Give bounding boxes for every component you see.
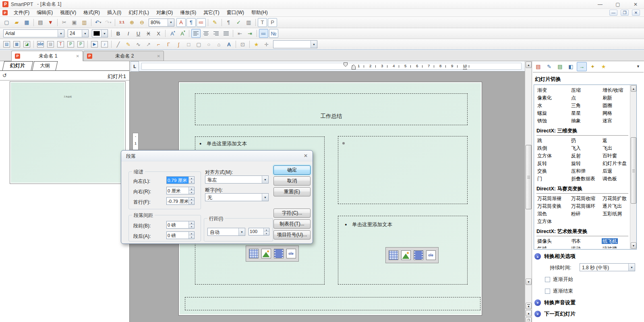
tab-close-icon[interactable]: ✕	[76, 54, 79, 58]
browse-design-button[interactable]: ✎	[544, 62, 554, 71]
slide-nav-icon[interactable]: ↺	[2, 72, 7, 78]
menu-item[interactable]: 窗口(W)	[223, 9, 248, 16]
dropdown-arrow-icon[interactable]: ▼	[168, 19, 174, 26]
doc-close-icon[interactable]: ✕	[632, 10, 640, 16]
transition-item[interactable]: 压和弹	[570, 168, 586, 174]
section-header[interactable]: ▼下一页幻灯片	[532, 308, 644, 320]
new-window-button[interactable]: ❐	[526, 317, 532, 322]
align-center-button[interactable]	[201, 29, 211, 38]
transition-item[interactable]: 逐片飞出	[602, 203, 623, 209]
transition-item[interactable]: 旋转	[570, 161, 582, 166]
document-tab-1[interactable]: P 未命名 1 ✕	[11, 51, 83, 61]
slide-transition-button[interactable]: →	[577, 62, 587, 71]
menu-item[interactable]: 幻灯片(L)	[125, 9, 153, 16]
spinner-down-icon[interactable]: ▼	[189, 225, 194, 228]
transition-item[interactable]: 万花筒扩散	[602, 196, 627, 201]
transition-item[interactable]: 网格	[602, 110, 613, 116]
line-spacing-mode-select[interactable]: 自动 ▼	[207, 228, 245, 236]
insert-picture-button[interactable]: ◪	[22, 40, 31, 49]
transition-item[interactable]: 飞出	[602, 145, 613, 151]
canvas-scrollbar[interactable]: ▲ ▼ ▲ ▲ ❐	[525, 61, 532, 322]
increase-indent-button[interactable]: ⇥	[245, 29, 255, 38]
spinner-up-icon[interactable]: ▲	[189, 221, 194, 225]
transition-item[interactable]: 混色	[536, 211, 548, 217]
list-scrollbar[interactable]: ▲ ▼	[630, 85, 636, 249]
numbered-list-button[interactable]: №	[269, 29, 278, 38]
first-line-indent-spinner[interactable]: ▲▼	[188, 198, 194, 204]
dialog-title-bar[interactable]: 段落 ✕	[121, 151, 313, 161]
transition-item[interactable]: 交换	[536, 168, 548, 174]
draw-shape-button[interactable]: ⌂	[214, 40, 224, 49]
spinner-up-icon[interactable]: ▲	[189, 187, 194, 191]
insert-table-button[interactable]: ▦	[12, 40, 21, 49]
spinner-down-icon[interactable]: ▼	[264, 232, 269, 235]
transition-item[interactable]: 立方体	[536, 219, 553, 224]
decrease-indent-button[interactable]: ⇤	[235, 29, 244, 38]
transition-item[interactable]: 压缩	[570, 87, 582, 93]
transition-item[interactable]: 迷宫	[602, 118, 613, 124]
custom-animation-button[interactable]: ★	[598, 62, 609, 71]
space-after-spinner[interactable]: ▲▼	[188, 232, 194, 239]
align-right-button[interactable]	[211, 29, 221, 38]
undo-button[interactable]: ↶▾	[93, 18, 103, 27]
insert-ole-icon[interactable]: ole	[426, 250, 436, 260]
footer-placeholder[interactable]	[185, 297, 480, 310]
insert-diagram-button[interactable]: ▨	[46, 40, 55, 49]
transition-item[interactable]: 星星	[570, 110, 582, 116]
transition-item[interactable]: 抽象	[570, 118, 582, 124]
transition-item[interactable]: 门	[536, 176, 543, 182]
transition-item[interactable]: 粉碎	[570, 211, 582, 217]
menu-item[interactable]: 插入(I)	[104, 9, 125, 16]
shrink-font-button[interactable]: A▼	[178, 29, 187, 38]
insert-media-icon[interactable]	[274, 249, 284, 258]
indent-left-spinner[interactable]: ▲▼	[188, 177, 194, 184]
spinner-down-icon[interactable]: ▼	[189, 180, 194, 184]
open-file-button[interactable]: ▰	[12, 18, 21, 27]
style-picker-combo[interactable]: ▼	[273, 40, 317, 48]
tab-close-icon[interactable]: ✕	[157, 54, 160, 58]
transition-item[interactable]: 书本	[570, 238, 582, 244]
transition-item[interactable]: 螺旋	[536, 110, 548, 116]
draw-ellipse-button[interactable]: ○	[204, 40, 213, 49]
close-icon[interactable]: ✕	[632, 2, 639, 7]
copy-button[interactable]: ▣	[70, 18, 79, 27]
title-placeholder[interactable]: 工作总结	[195, 93, 468, 125]
insert-picture-icon[interactable]	[401, 250, 411, 260]
insert-wordart-button[interactable]: A	[224, 40, 234, 49]
transition-item[interactable]: 折叠数据表	[570, 176, 596, 182]
first-line-indent-input[interactable]: -0.79 厘米 ▲▼	[166, 197, 195, 205]
menu-item[interactable]: 编辑(E)	[33, 9, 56, 16]
line-spacing-spinner[interactable]: ▲▼	[263, 228, 269, 235]
indent-left-input[interactable]: 0.79 厘米 ▲▼	[166, 176, 195, 184]
spinner-up-icon[interactable]: ▲	[264, 228, 269, 232]
grow-font-button[interactable]: A▲	[168, 29, 177, 38]
transition-item[interactable]: 水	[536, 103, 543, 108]
draw-rectangle-button[interactable]: □	[184, 40, 193, 49]
duration-select[interactable]: 1.8 秒 (中等) ▼	[580, 263, 635, 271]
indent-right-input[interactable]: 0 厘米 ▲▼	[166, 187, 195, 194]
transition-item[interactable]: 反射	[570, 153, 582, 159]
transition-item[interactable]: 后退	[602, 168, 613, 174]
transition-item[interactable]: 跌倒	[536, 145, 548, 151]
maximize-icon[interactable]: ▢	[614, 2, 621, 7]
color-schemes-button[interactable]: ▤	[555, 62, 565, 71]
transition-item[interactable]: 万花筒渐褪	[536, 196, 562, 201]
transition-item[interactable]: 万花筒循环	[570, 203, 596, 209]
transition-item[interactable]: 返	[602, 138, 608, 143]
tab-slides[interactable]: 幻灯片	[2, 61, 33, 70]
dropdown-arrow-icon[interactable]: ▼	[628, 264, 635, 271]
bullet-list-button[interactable]: ≔	[259, 29, 268, 38]
spinner-up-icon[interactable]: ▲	[189, 232, 194, 235]
menu-item[interactable]: 其它(T)	[200, 9, 223, 16]
horizontal-ruler[interactable]: 12345678910	[139, 61, 525, 72]
transition-item[interactable]: 刷新	[602, 95, 613, 101]
spinner-up-icon[interactable]: ▲	[189, 177, 194, 180]
scroll-down-icon[interactable]: ▼	[526, 279, 532, 285]
insert-title-object-button[interactable]: T	[56, 40, 65, 49]
dropdown-arrow-icon[interactable]: ▾	[110, 21, 112, 24]
underline-button[interactable]: U	[134, 29, 143, 38]
italic-button[interactable]: I	[124, 29, 133, 38]
insert-page-object-2-button[interactable]: P	[76, 40, 85, 49]
transition-item[interactable]: 圆圈	[602, 103, 613, 108]
scroll-to-top-button[interactable]: ▲	[526, 303, 532, 309]
